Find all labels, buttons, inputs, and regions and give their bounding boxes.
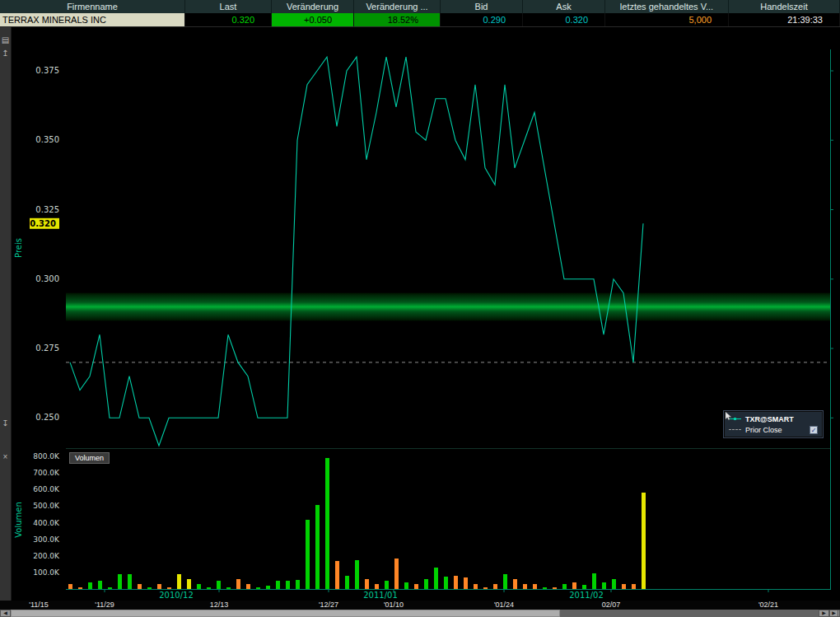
volume-bar (632, 584, 636, 589)
price-axis-label: 0.325 (35, 205, 59, 214)
x-axis-date-label: '01/24 (494, 601, 514, 610)
volume-bar (513, 579, 517, 589)
volume-axis-label: 300.0K (33, 535, 60, 544)
last-size-cell[interactable]: 5,000 (605, 13, 729, 26)
volume-bar (118, 574, 122, 589)
pointer-hand-icon (810, 415, 818, 423)
volume-bar (553, 587, 557, 589)
x-axis-date-label: '11/15 (29, 601, 49, 610)
company-name-cell[interactable]: TERRAX MINERALS INC (0, 13, 185, 26)
price-line (70, 57, 643, 446)
volume-axis-label: 100.0K (33, 568, 60, 577)
volume-bar (315, 505, 320, 589)
column-header-ask[interactable]: Ask (523, 0, 605, 13)
volume-bar (592, 573, 596, 589)
volume-bar (276, 581, 280, 590)
volume-bar (483, 587, 488, 589)
volume-bar (325, 458, 329, 589)
price-axis-label: 0.300 (35, 274, 59, 283)
month-label: 2010/12 (159, 591, 194, 600)
last-price-cell[interactable]: 0.320 (185, 13, 272, 26)
volume-bar (246, 584, 250, 589)
volume-bar (98, 581, 102, 589)
chart-area[interactable]: Preis Volumen 0.2500.2750.3000.3250.3500… (12, 27, 840, 601)
column-header-last[interactable]: Last (185, 0, 272, 13)
volume-bar (602, 582, 606, 589)
price-volume-chart[interactable]: Preis Volumen 0.2500.2750.3000.3250.3500… (12, 27, 840, 601)
volume-bar (642, 493, 646, 589)
volume-bar (562, 584, 567, 589)
volume-bar (434, 568, 438, 589)
change-pct-cell[interactable]: 18.52% (354, 13, 441, 26)
expand-up-icon[interactable]: ↥ (0, 49, 11, 58)
change-cell[interactable]: +0.050 (272, 13, 354, 26)
volume-bar (187, 579, 191, 589)
close-icon[interactable]: × (0, 452, 11, 462)
volume-bar (306, 520, 310, 590)
x-axis-date-label: '02/21 (758, 601, 778, 610)
volume-bar (335, 561, 339, 589)
horizontal-scrollbar: ◀ ▶ ▶ (0, 610, 840, 617)
quote-header-row: Firmenname Last Veränderung Veränderung … (0, 0, 840, 13)
x-axis-date-label: 02/07 (602, 601, 621, 610)
trade-time-cell[interactable]: 21:39:33 (729, 13, 840, 26)
volume-bar (177, 574, 181, 590)
volume-axis-label: 600.0K (33, 485, 60, 493)
volume-bar (375, 584, 379, 589)
volume-bar (394, 559, 399, 589)
legend-series-label: TXR@SMART (745, 415, 806, 423)
volume-bar (424, 579, 428, 589)
last-price-flag-text: 0.320 (30, 219, 56, 228)
chart-generated-content: 0.2500.2750.3000.3250.3500.375100.0K200.… (30, 49, 833, 600)
legend-prior-close-row: Prior Close ✓ (729, 424, 818, 435)
volume-bar (365, 579, 369, 589)
scrollbar-thumb[interactable] (11, 610, 560, 617)
x-axis-date-label: '11/29 (95, 601, 114, 610)
column-header-change-pct[interactable]: Veränderung ... (354, 0, 441, 13)
scroll-end-button[interactable]: ▶ (829, 610, 840, 617)
bid-cell[interactable]: 0.290 (441, 13, 523, 26)
volume-bar (296, 580, 300, 589)
scrollbar-track[interactable] (11, 610, 819, 617)
volume-bar (355, 560, 359, 589)
chart-type-icon[interactable]: ▤ (0, 35, 11, 45)
price-axis-label: 0.375 (35, 66, 59, 75)
volume-pane-label: Volumen (69, 452, 110, 464)
volume-bar (572, 582, 576, 589)
volume-bar (266, 586, 270, 589)
volume-axis-label: 800.0K (33, 452, 60, 460)
volume-bar (128, 574, 132, 590)
scroll-left-button[interactable]: ◀ (0, 610, 11, 617)
volume-bar (108, 587, 112, 589)
volume-bar (503, 574, 507, 589)
prior-close-checkbox[interactable]: ✓ (810, 426, 818, 434)
x-axis-date-label: '12/27 (319, 601, 338, 610)
volume-bar (207, 587, 211, 589)
month-label: 2011/01 (363, 591, 398, 600)
bid-level-band (66, 293, 830, 321)
volume-bar (147, 587, 152, 589)
volume-bar (236, 579, 240, 590)
prior-close-line-sample (729, 429, 741, 430)
column-header-last-size[interactable]: letztes gehandeltes V... (605, 0, 729, 13)
column-header-trade-time[interactable]: Handelszeit (729, 0, 840, 13)
volume-bar (493, 584, 497, 589)
volume-bar (464, 577, 468, 590)
quote-panel: Firmenname Last Veränderung Veränderung … (0, 0, 840, 27)
scroll-right-button[interactable]: ▶ (819, 610, 829, 617)
x-axis-date-label: '01/10 (384, 601, 404, 610)
column-header-firmenname[interactable]: Firmenname (0, 0, 185, 13)
ask-cell[interactable]: 0.320 (523, 13, 605, 26)
chart-legend: TXR@SMART Prior Close ✓ (724, 411, 823, 437)
price-axis-label: 0.250 (35, 413, 59, 422)
volume-bar (404, 582, 408, 589)
volume-bar (157, 584, 161, 589)
volume-bar (533, 584, 537, 589)
column-header-bid[interactable]: Bid (441, 0, 523, 13)
volume-bar (286, 581, 290, 589)
left-toolbar: ▤ ↥ ↧ × (0, 27, 12, 601)
volume-bar (88, 582, 92, 589)
price-axis-label: 0.275 (35, 344, 59, 353)
column-header-change[interactable]: Veränderung (272, 0, 354, 13)
collapse-down-icon[interactable]: ↧ (0, 418, 11, 428)
